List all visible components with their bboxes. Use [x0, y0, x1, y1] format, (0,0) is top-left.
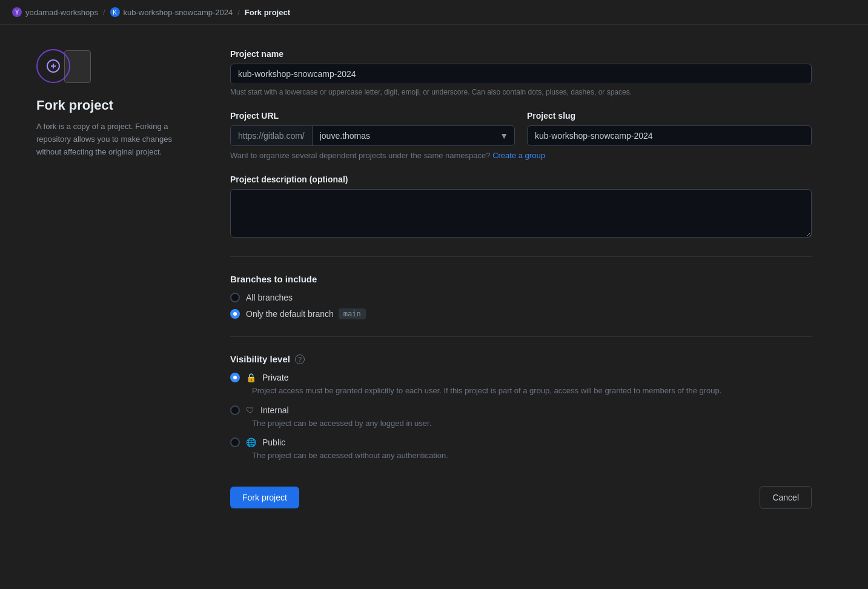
visibility-internal-item[interactable]: 🛡 Internal — [230, 405, 289, 415]
action-row: Fork project Cancel — [230, 486, 812, 509]
divider-1 — [230, 256, 812, 257]
branch-default-radio[interactable] — [230, 309, 240, 319]
project-name-group: Project name Must start with a lowercase… — [230, 49, 812, 96]
project-slug-label: Project slug — [527, 111, 812, 121]
form-area: Project name Must start with a lowercase… — [230, 49, 812, 509]
organize-link-row: Want to organize several dependent proje… — [230, 151, 812, 160]
sidebar-description: A fork is a copy of a project. Forking a… — [36, 121, 194, 158]
branches-title: Branches to include — [230, 274, 812, 284]
org-icon: Y — [12, 7, 22, 17]
project-url-group: Project URL https://gitlab.com/ jouve.th… — [230, 111, 515, 146]
project-name-hint: Must start with a lowercase or uppercase… — [230, 88, 812, 96]
visibility-internal-label: Internal — [260, 405, 289, 415]
cancel-button[interactable]: Cancel — [760, 486, 812, 509]
project-name-input[interactable] — [230, 64, 812, 84]
project-name-label: Project name — [230, 49, 812, 59]
visibility-public-desc: The project can be accessed without any … — [252, 450, 812, 462]
visibility-private-option: 🔒 Private Project access must be granted… — [230, 373, 812, 397]
fork-icon-wrap — [36, 49, 194, 83]
visibility-section: Visibility level ? 🔒 Private Project acc… — [230, 354, 812, 462]
visibility-private-desc: Project access must be granted explicitl… — [252, 385, 812, 397]
visibility-public-item[interactable]: 🌐 Public — [230, 438, 285, 447]
fork-circle-icon — [36, 49, 70, 83]
fork-project-button[interactable]: Fork project — [230, 487, 299, 508]
visibility-public-label: Public — [262, 438, 285, 447]
visibility-title: Visibility level — [230, 354, 290, 364]
url-slug-row: Project URL https://gitlab.com/ jouve.th… — [230, 111, 812, 146]
namespace-select[interactable]: jouve.thomas — [313, 126, 494, 145]
breadcrumb: Y yodamad-workshops / K kub-workshop-sno… — [0, 0, 868, 25]
description-input[interactable] — [230, 189, 812, 238]
branch-default-item[interactable]: Only the default branch main — [230, 308, 812, 319]
branches-radio-group: All branches Only the default branch mai… — [230, 293, 812, 319]
url-prefix: https://gitlab.com/ — [231, 126, 313, 145]
dropdown-arrow-icon: ▼ — [494, 126, 514, 145]
breadcrumb-org[interactable]: Y yodamad-workshops — [12, 7, 98, 17]
breadcrumb-sep-1: / — [103, 8, 105, 17]
sidebar-title: Fork project — [36, 98, 194, 113]
project-icon: K — [110, 7, 120, 17]
branch-all-item[interactable]: All branches — [230, 293, 812, 302]
create-group-link[interactable]: Create a group — [492, 151, 545, 160]
divider-2 — [230, 336, 812, 337]
project-slug-input[interactable] — [527, 125, 812, 146]
url-input-wrap: https://gitlab.com/ jouve.thomas ▼ — [230, 125, 515, 146]
branches-group: Branches to include All branches Only th… — [230, 274, 812, 319]
breadcrumb-current: Fork project — [245, 8, 290, 17]
visibility-private-row: 🔒 Private — [230, 373, 812, 382]
visibility-internal-desc: The project can be accessed by any logge… — [252, 418, 812, 430]
visibility-private-label: Private — [262, 373, 289, 382]
visibility-public-radio[interactable] — [230, 438, 240, 447]
description-group: Project description (optional) — [230, 175, 812, 239]
visibility-public-row: 🌐 Public — [230, 438, 812, 447]
project-url-label: Project URL — [230, 111, 515, 121]
visibility-private-item[interactable]: 🔒 Private — [230, 373, 289, 382]
visibility-internal-row: 🛡 Internal — [230, 405, 812, 415]
breadcrumb-sep-2: / — [237, 8, 240, 17]
visibility-internal-radio[interactable] — [230, 405, 240, 415]
branch-badge: main — [339, 308, 366, 319]
visibility-internal-option: 🛡 Internal The project can be accessed b… — [230, 405, 812, 430]
visibility-title-row: Visibility level ? — [230, 354, 812, 364]
shield-icon: 🛡 — [246, 405, 254, 415]
visibility-private-radio[interactable] — [230, 373, 240, 382]
visibility-help-icon[interactable]: ? — [295, 354, 305, 364]
branch-all-radio[interactable] — [230, 293, 240, 302]
branch-all-label: All branches — [246, 293, 293, 302]
sidebar: Fork project A fork is a copy of a proje… — [36, 49, 194, 509]
description-label: Project description (optional) — [230, 175, 812, 184]
lock-icon: 🔒 — [246, 373, 256, 382]
visibility-public-option: 🌐 Public The project can be accessed wit… — [230, 438, 812, 462]
breadcrumb-project[interactable]: K kub-workshop-snowcamp-2024 — [110, 7, 233, 17]
branch-default-label: Only the default branch main — [246, 308, 366, 319]
globe-icon: 🌐 — [246, 438, 256, 447]
project-slug-group: Project slug — [527, 111, 812, 146]
